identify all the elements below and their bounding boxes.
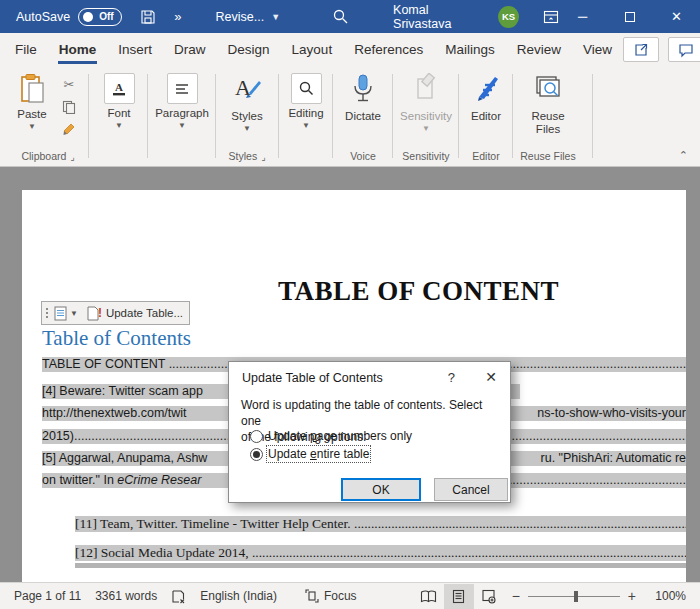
maximize-button[interactable] — [606, 0, 653, 33]
tab-file[interactable]: File — [4, 33, 48, 66]
autosave-label: AutoSave — [16, 10, 70, 24]
group-font: A Font ▼ — [92, 66, 146, 166]
dialog-help-button[interactable]: ? — [448, 370, 455, 385]
maximize-icon — [625, 12, 635, 22]
collapse-ribbon-button[interactable]: ⌃ — [679, 149, 688, 162]
toc-entry[interactable]: [11] Team, Twitter. Timeline - Twitter H… — [75, 516, 686, 532]
chevron-down-icon: ▼ — [150, 121, 214, 130]
toc-content-control: ▼ ! Update Table... — [41, 301, 190, 325]
format-painter-button[interactable] — [56, 119, 82, 141]
scissors-icon: ✂ — [64, 77, 75, 92]
group-label-clipboard[interactable]: Clipboard⌟ — [8, 150, 88, 162]
font-button[interactable]: A Font ▼ — [92, 73, 146, 130]
group-paragraph: Paragraph ▼ — [150, 66, 214, 166]
editor-button[interactable]: Editor — [461, 73, 511, 123]
tab-review[interactable]: Review — [506, 33, 572, 66]
save-icon — [140, 9, 156, 25]
ribbon-tab-row: File Home Insert Draw Design Layout Refe… — [0, 33, 700, 66]
chevron-down-icon: ▼ — [10, 122, 54, 131]
zoom-slider-handle[interactable] — [574, 591, 578, 602]
print-layout-icon — [452, 589, 465, 604]
web-layout-icon — [481, 589, 496, 604]
group-label-styles[interactable]: Styles⌟ — [218, 150, 276, 162]
sensitivity-button[interactable]: Sensitivity ▼ — [395, 73, 457, 133]
share-icon — [633, 42, 649, 58]
paste-button[interactable]: Paste ▼ — [10, 73, 54, 131]
chevron-down-icon: ▼ — [281, 121, 331, 130]
reuse-files-button[interactable]: ReuseFiles — [515, 73, 581, 136]
word-count[interactable]: 3361 words — [95, 589, 157, 603]
page-indicator[interactable]: Page 1 of 11 — [14, 589, 81, 603]
group-label-voice: Voice — [335, 150, 391, 162]
tab-insert[interactable]: Insert — [107, 33, 163, 66]
toggle-knob — [83, 12, 93, 22]
ribbon-display-options-button[interactable] — [543, 9, 559, 25]
group-editor: Editor Editor — [461, 66, 511, 166]
share-button[interactable] — [623, 37, 659, 62]
editing-button[interactable]: Editing ▼ — [281, 73, 331, 130]
word-window: AutoSave Off » Revise... ▼ Komal Srivast… — [0, 0, 700, 609]
read-mode-button[interactable] — [414, 584, 444, 609]
radio-update-page-numbers[interactable]: Update page numbers only — [250, 429, 412, 443]
editor-label: Editor — [461, 110, 511, 123]
tab-view[interactable]: View — [572, 33, 623, 66]
paragraph-button[interactable]: Paragraph ▼ — [150, 73, 214, 130]
styles-label: Styles — [218, 110, 276, 123]
chevron-down-icon: ▼ — [395, 124, 457, 133]
zoom-out-button[interactable]: − — [504, 588, 528, 604]
tab-draw[interactable]: Draw — [163, 33, 217, 66]
radio-icon-selected — [250, 448, 263, 461]
proofing-errors-button[interactable] — [171, 589, 186, 604]
focus-mode-button[interactable]: Focus — [305, 589, 357, 603]
update-table-button[interactable]: ! Update Table... — [83, 306, 183, 321]
editing-label: Editing — [281, 107, 331, 120]
group-styles: A Styles ▼ Styles⌟ — [218, 66, 276, 166]
tab-home[interactable]: Home — [48, 33, 108, 66]
zoom-level[interactable]: 100% — [650, 589, 686, 603]
radio-update-entire-table[interactable]: Update entire table — [250, 447, 369, 461]
cancel-button[interactable]: Cancel — [434, 478, 508, 501]
dialog-launcher-icon[interactable]: ⌟ — [70, 152, 74, 162]
sensitivity-icon — [411, 73, 442, 107]
font-icon: A — [104, 73, 135, 104]
paste-icon — [10, 73, 54, 105]
group-label-sensitivity: Sensitivity — [395, 150, 457, 162]
paste-label: Paste — [10, 108, 54, 121]
copy-icon — [62, 100, 76, 114]
group-editing: Editing ▼ — [281, 66, 331, 166]
ribbon: Paste ▼ ✂ — [0, 66, 700, 167]
web-layout-button[interactable] — [474, 584, 504, 609]
tab-references[interactable]: References — [343, 33, 434, 66]
tab-design[interactable]: Design — [217, 33, 281, 66]
avatar[interactable]: KS — [498, 6, 519, 28]
zoom-slider[interactable] — [528, 596, 620, 597]
search-button[interactable] — [332, 8, 349, 25]
autosave-toggle[interactable]: Off — [78, 8, 122, 26]
dialog-launcher-icon[interactable]: ⌟ — [261, 152, 265, 162]
dialog-close-button[interactable]: ✕ — [485, 369, 497, 385]
styles-icon: A — [232, 73, 263, 107]
tab-layout[interactable]: Layout — [281, 33, 344, 66]
toc-entry[interactable]: [12] Social Media Update 2014, .........… — [75, 545, 686, 561]
cut-button[interactable]: ✂ — [56, 73, 82, 95]
print-layout-button[interactable] — [444, 584, 474, 609]
dictate-button[interactable]: Dictate — [335, 73, 391, 123]
toc-menu-button[interactable]: ▼ — [54, 306, 78, 321]
minimize-button[interactable]: ─ — [559, 0, 606, 33]
styles-button[interactable]: A Styles ▼ — [218, 73, 276, 133]
language-indicator[interactable]: English (India) — [200, 589, 277, 603]
magnifier-icon — [291, 73, 322, 104]
close-button[interactable]: ✕ — [653, 0, 700, 33]
user-name[interactable]: Komal Srivastava — [393, 3, 486, 31]
zoom-in-button[interactable]: + — [620, 588, 644, 604]
tab-mailings[interactable]: Mailings — [434, 33, 506, 66]
ok-button[interactable]: OK — [341, 478, 421, 501]
comments-button[interactable] — [668, 37, 700, 62]
document-title-menu[interactable]: Revise... ▼ — [215, 10, 280, 24]
drag-handle-icon[interactable] — [45, 308, 49, 318]
copy-button[interactable] — [56, 96, 82, 118]
search-icon — [332, 8, 349, 25]
quick-access-more-button[interactable]: » — [174, 9, 181, 24]
document-heading: TABLE OF CONTENT — [278, 276, 559, 307]
save-button[interactable] — [140, 9, 156, 25]
